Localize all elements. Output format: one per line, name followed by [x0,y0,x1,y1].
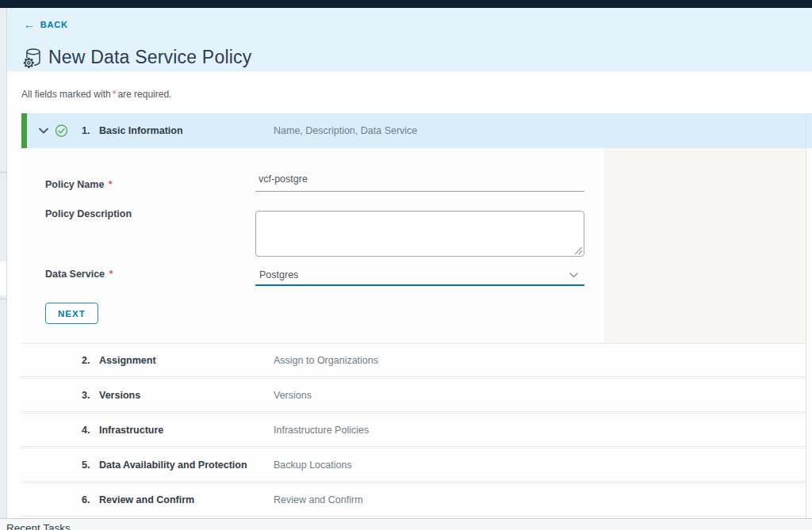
back-link[interactable]: ← BACK [24,20,68,29]
data-service-label: Data Service * [45,269,114,280]
step-number: 2. [82,355,90,366]
content-right-divider [806,113,806,518]
recent-tasks-label[interactable]: Recent Tasks [6,522,71,530]
active-step-accent-bar [21,113,27,148]
left-rail-fragment [0,261,6,296]
step-header-data-availability[interactable]: 5. Data Availability and Protection Back… [21,448,806,482]
step-header-infrastructure[interactable]: 4. Infrastructure Infrastructure Policie… [21,413,806,447]
data-service-selected-value: Postgres [259,269,298,280]
left-rail-divider [0,172,7,173]
policy-name-label: Policy Name * [45,179,114,190]
step-description: Infrastructure Policies [274,425,369,436]
step-number: 6. [82,494,90,505]
step-title: Review and Confirm [99,494,194,505]
policy-description-textarea[interactable] [255,211,584,257]
new-data-service-policy-page: ← BACK [0,0,812,530]
step-complete-check-icon [55,124,68,138]
panel-background-tint [604,148,806,343]
left-rail [0,8,7,518]
required-fields-note: All fields marked with*are required. [21,89,171,100]
required-asterisk: * [107,179,114,190]
step-description: Assign to Organizations [274,355,378,366]
step-number: 4. [82,425,90,436]
next-button[interactable]: NEXT [45,303,98,324]
chevron-down-icon [39,128,48,134]
step-number: 5. [82,459,90,471]
policy-name-input[interactable] [255,170,584,192]
step-description: Versions [274,390,312,401]
basic-information-panel: Policy Name * Policy Description Data Se… [21,148,806,343]
top-bar [0,0,812,8]
data-service-select[interactable]: Postgres [255,267,584,286]
step-header-basic-information[interactable]: 1. Basic Information Name, Description, … [21,113,812,148]
step-header-review-confirm[interactable]: 6. Review and Confirm Review and Confirm [21,482,806,517]
step-number: 3. [82,390,90,401]
step-description: Backup Locations [274,459,352,471]
steps-list: 2. Assignment Assign to Organizations 3.… [21,343,806,517]
step-description: Name, Description, Data Service [274,125,417,136]
back-label: BACK [40,20,68,29]
step-header-assignment[interactable]: 2. Assignment Assign to Organizations [21,343,806,377]
required-asterisk: * [108,269,115,280]
recent-tasks-bar: Recent Tasks [0,518,812,530]
step-title: Infrastructure [99,425,163,436]
step-header-versions[interactable]: 3. Versions Versions [21,378,806,412]
page-header: ← BACK [7,8,812,71]
left-rail-divider [0,299,7,299]
data-service-policy-icon [21,46,44,70]
chevron-down-icon [569,273,578,278]
step-title: Basic Information [99,125,183,136]
step-title: Versions [99,390,140,401]
back-arrow-icon: ← [24,21,36,29]
step-title: Data Availability and Protection [99,459,247,471]
policy-description-label: Policy Description [45,208,132,219]
step-description: Review and Confirm [274,494,363,505]
step-title: Assignment [99,355,156,366]
step-number: 1. [82,125,90,136]
page-title: New Data Service Policy [48,47,251,68]
